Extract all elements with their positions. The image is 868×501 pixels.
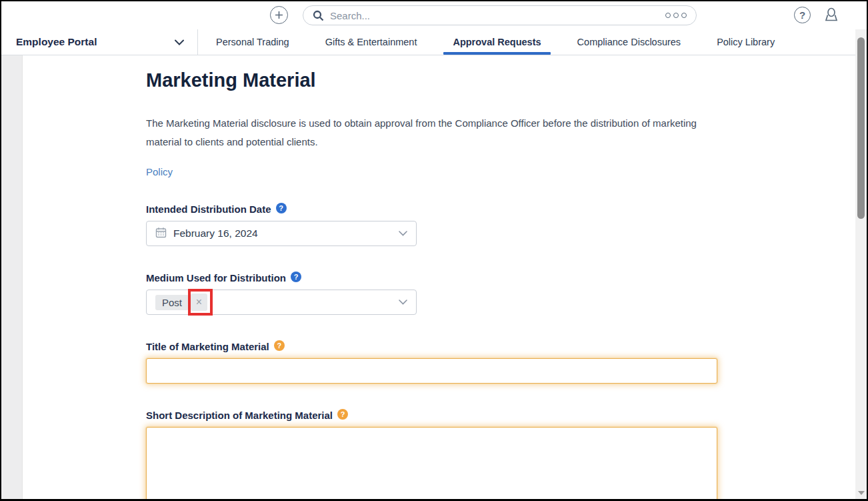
form-panel: Marketing Material The Marketing Materia… <box>22 55 855 499</box>
vertical-scrollbar[interactable] <box>855 29 867 499</box>
help-button[interactable]: ? <box>794 7 811 23</box>
remove-tag-button[interactable]: × <box>191 294 207 311</box>
app-window: ? Employee Portal Personal Trading Gifts… <box>0 0 868 501</box>
policy-link[interactable]: Policy <box>146 166 173 177</box>
calendar-icon <box>155 227 167 241</box>
form-description: The Marketing Material disclosure is use… <box>146 114 721 151</box>
date-value: February 16, 2024 <box>173 227 258 239</box>
portal-selector[interactable]: Employee Portal <box>1 29 198 55</box>
field-label: Intended Distribution Date ? <box>146 203 855 215</box>
help-icon[interactable]: ? <box>337 409 348 420</box>
search-more-options-icon[interactable] <box>665 13 687 18</box>
selected-tag-post: Post × <box>155 294 207 311</box>
tab-approval-requests[interactable]: Approval Requests <box>435 29 559 55</box>
nav-bar: Employee Portal Personal Trading Gifts &… <box>1 29 867 55</box>
add-button[interactable] <box>270 6 288 24</box>
page-title: Marketing Material <box>146 69 855 91</box>
field-medium-used-for-distribution: Medium Used for Distribution ? Post × <box>146 272 855 315</box>
title-input[interactable] <box>146 358 717 384</box>
field-label-text: Medium Used for Distribution <box>146 272 286 284</box>
chevron-down-icon <box>399 300 407 305</box>
tab-policy-library[interactable]: Policy Library <box>699 29 793 55</box>
search-icon <box>313 10 324 21</box>
user-menu-button[interactable] <box>823 6 840 26</box>
help-icon[interactable]: ? <box>274 340 285 351</box>
field-label-text: Intended Distribution Date <box>146 203 271 215</box>
question-mark-icon: ? <box>799 9 805 21</box>
scrollbar-down-arrow[interactable] <box>855 489 867 497</box>
help-icon[interactable]: ? <box>276 203 287 213</box>
plus-circle-icon <box>275 11 283 19</box>
help-icon[interactable]: ? <box>291 272 301 282</box>
short-description-textarea[interactable] <box>146 427 717 499</box>
field-label-text: Title of Marketing Material <box>146 341 269 352</box>
tab-personal-trading[interactable]: Personal Trading <box>198 29 307 55</box>
field-label-text: Short Description of Marketing Material <box>146 410 333 421</box>
field-title-of-marketing-material: Title of Marketing Material ? <box>146 341 855 384</box>
field-label: Short Description of Marketing Material … <box>146 410 855 421</box>
chevron-down-icon <box>399 231 407 236</box>
field-label: Title of Marketing Material ? <box>146 341 855 352</box>
field-short-description: Short Description of Marketing Material … <box>146 410 855 499</box>
medium-multiselect[interactable]: Post × <box>146 290 417 315</box>
user-icon <box>823 6 840 26</box>
search-input[interactable] <box>330 10 665 21</box>
tab-gifts-entertainment[interactable]: Gifts & Entertainment <box>307 29 435 55</box>
field-intended-distribution-date: Intended Distribution Date ? February 16… <box>146 203 855 246</box>
nav-tabs: Personal Trading Gifts & Entertainment A… <box>198 29 793 55</box>
chevron-down-icon <box>175 36 184 48</box>
top-bar: ? <box>1 1 867 29</box>
page-background: Marketing Material The Marketing Materia… <box>1 55 867 499</box>
field-label: Medium Used for Distribution ? <box>146 272 855 284</box>
portal-label: Employee Portal <box>16 36 97 48</box>
global-search <box>303 5 697 25</box>
date-select[interactable]: February 16, 2024 <box>146 221 417 246</box>
tab-compliance-disclosures[interactable]: Compliance Disclosures <box>559 29 699 55</box>
scrollbar-thumb[interactable] <box>857 37 865 219</box>
tag-label: Post <box>155 295 189 310</box>
